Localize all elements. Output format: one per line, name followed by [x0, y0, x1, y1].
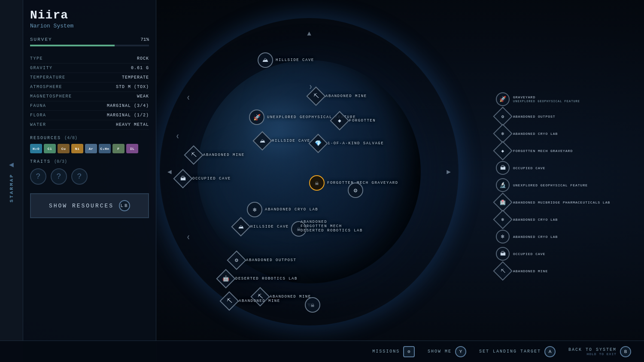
poi-abandoned-mine-tr[interactable]: ⛏ ABANDONED MINE: [309, 89, 367, 103]
poi-cryo-lab-mid-icon: ❄: [247, 202, 262, 217]
poi-cryo-lab-mid-label: ABANDONED CRYO LAB: [265, 207, 318, 212]
missions-key: ⊙: [403, 346, 415, 357]
poi-occupied-cave-left-icon: 🏔: [173, 169, 192, 188]
show-resources-label: SHOW RESOURCES: [49, 203, 114, 209]
poi-hillside-cave-mid[interactable]: ⛰ HILLSIDE CAVE: [255, 134, 310, 148]
poi-robotics-lower-label: DESERTED ROBOTICS LAB: [235, 277, 298, 281]
poi-skull-bottom-icon: ☠: [305, 297, 320, 313]
trait-slot-3: ?: [71, 168, 88, 185]
stat-label: FLORA: [30, 113, 46, 118]
stat-row-temperature: TEMPERATURE TEMPERATE: [30, 73, 149, 82]
rpoi-abandoned-outpost-icon: ⚙: [493, 106, 512, 126]
stat-row-type: TYPE ROCK: [30, 54, 149, 64]
rpoi-occupied-cave-r-label: OCCUPIED CAVE: [513, 166, 545, 170]
rpoi-occupied-lower[interactable]: 🏔 OCCUPIED CAVE: [496, 247, 638, 261]
resources-header: RESOURCES (4/8): [30, 136, 149, 140]
rpoi-cryo-1-icon: ❄: [493, 124, 512, 143]
stat-row-atmosphere: ATMOSPHERE STD M (TOX): [30, 82, 149, 92]
stat-value: TEMPERATE: [122, 75, 149, 80]
show-me-label: SHOW ME: [428, 349, 452, 354]
poi-hillside-cave-mid-label: HILLSIDE CAVE: [272, 139, 310, 143]
rpoi-pharma-icon: 🏥: [493, 192, 512, 212]
set-landing-action[interactable]: SET LANDING TARGET A: [479, 346, 556, 357]
system-name: Narion System: [30, 23, 149, 29]
rpoi-occupied-cave-r-icon: 🏔: [496, 161, 510, 175]
back-key: B: [620, 346, 631, 357]
poi-forgotten[interactable]: ◆ FORGOTTEN: [333, 114, 376, 128]
poi-abandoned-outpost-mid[interactable]: ⚙: [348, 183, 363, 198]
back-to-system-action[interactable]: BACK TO SYSTEM HOLD TO EXIT B: [568, 346, 631, 357]
stat-row-flora: FLORA MARGINAL (1/2): [30, 111, 149, 120]
rpoi-abandoned-outpost[interactable]: ⚙ ABANDONED OUTPOST: [496, 110, 638, 123]
poi-abandoned-outpost-lower[interactable]: ⚙ ABANDONED OUTPOST: [230, 253, 296, 267]
nav-arrow-left[interactable]: ◀: [167, 167, 172, 176]
poi-abandoned-mine-left-icon: ⛏: [184, 145, 203, 164]
rpoi-occupied-lower-icon: 🏔: [496, 247, 510, 261]
set-landing-label: SET LANDING TARGET: [479, 349, 541, 354]
rpoi-pharma-label: ABANDONED MUIBRIDGE PHARMACEUTICALS LAB: [513, 201, 610, 204]
poi-cryo-lab-mid[interactable]: ❄ ABANDONED CRYO LAB: [247, 202, 318, 217]
poi-abandoned-mine-tr-icon: ⛏: [306, 86, 325, 106]
rpoi-mech-graveyard-label: FORGOTTEN MECH GRAVEYARD: [513, 149, 573, 153]
nav-chevron-tl[interactable]: ❮: [187, 94, 190, 101]
poi-salvage[interactable]: 💎 1-OF-A-KIND SALVAGE: [311, 137, 384, 150]
poi-abandoned-mine-bl[interactable]: ⛏ ABANDONED MINE: [222, 294, 280, 308]
poi-robotics-lower-icon: 🤖: [216, 269, 235, 288]
planet-name: Niira: [30, 9, 149, 22]
poi-robotics-lower[interactable]: 🤖 DESERTED ROBOTICS LAB: [219, 272, 298, 286]
survey-bar-background: [30, 45, 149, 46]
poi-abandoned-mine-left-label: ABANDONED MINE: [203, 153, 245, 157]
bottom-bar: MISSIONS ⊙ SHOW ME Y SET LANDING TARGET …: [0, 341, 644, 362]
show-resources-button[interactable]: SHOW RESOURCES LB: [30, 193, 149, 218]
rpoi-cryo-3-icon: ❄: [496, 230, 510, 243]
nav-chevron-ml[interactable]: ❮: [176, 133, 179, 140]
rpoi-unexplored-r[interactable]: 🔬 UNEXPLORED GEOPHYSICAL FEATURE: [496, 178, 638, 192]
rpoi-unexplored-r-icon: 🔬: [496, 178, 510, 192]
show-me-action[interactable]: SHOW ME Y: [428, 346, 466, 357]
rpoi-cryo-2-icon: ❄: [493, 210, 512, 229]
stat-label: WATER: [30, 122, 46, 127]
resources-count: (4/8): [64, 136, 77, 140]
traits-count: (0/3): [54, 159, 67, 164]
poi-abandoned-outpost-lower-label: ABANDONED OUTPOST: [246, 258, 296, 262]
stat-value: STD M (TOX): [116, 85, 149, 89]
poi-hillside-cave-top[interactable]: ⛰ HILLSIDE CAVE: [258, 52, 314, 68]
nav-chevron-bl[interactable]: ❮: [187, 234, 190, 240]
poi-abandoned-mine-left[interactable]: ⛏ ABANDONED MINE: [187, 148, 245, 162]
poi-salvage-label: 1-OF-A-KIND SALVAGE: [328, 141, 384, 146]
poi-skull-bottom[interactable]: ☠: [305, 297, 320, 313]
nav-arrow-top[interactable]: ▲: [307, 30, 311, 38]
show-me-key: Y: [455, 346, 466, 357]
stat-label: ATMOSPHERE: [30, 85, 62, 89]
stat-label: TEMPERATURE: [30, 75, 66, 80]
stat-row-magnetosphere: MAGNETOSPHERE WEAK: [30, 92, 149, 101]
rpoi-cryo-3[interactable]: ❄ ABANDONED CRYO LAB: [496, 230, 638, 243]
resource-chip-Cl: Cl: [44, 144, 56, 153]
rpoi-pharma[interactable]: 🏥 ABANDONED MUIBRIDGE PHARMACEUTICALS LA…: [496, 195, 638, 209]
rpoi-graveyard[interactable]: 🚀 GRAVEYARD UNEXPLORED GEOPHYSICAL FEATU…: [496, 92, 638, 106]
rpoi-mech-graveyard[interactable]: ◆ FORGOTTEN MECH GRAVEYARD: [496, 144, 638, 158]
nav-arrow-right[interactable]: ▶: [447, 167, 451, 176]
rpoi-mine-right-label: ABANDONED MINE: [513, 269, 548, 273]
rpoi-occupied-cave-r[interactable]: 🏔 OCCUPIED CAVE: [496, 161, 638, 175]
rpoi-cryo-1-label: ABANDONED CRYO LAB: [513, 132, 558, 136]
poi-abandoned-mine-tr-label: ABANDONED MINE: [325, 94, 367, 98]
poi-forgotten-mech-icon: ☠: [309, 175, 325, 191]
lb-key-badge: LB: [119, 200, 130, 211]
rpoi-cryo-2-label: ABANDONED CRYO LAB: [513, 218, 558, 222]
survey-percent: 71%: [140, 37, 149, 42]
stat-row-gravity: GRAVITY 0.61 G: [30, 64, 149, 73]
trait-slot-1: ?: [30, 168, 46, 185]
collapse-tab[interactable]: ◀ STARMAP: [0, 0, 23, 362]
rpoi-mine-right-icon: ⛏: [493, 261, 512, 280]
survey-label: SURVEY: [30, 37, 52, 42]
stat-value: 0.61 G: [131, 66, 149, 70]
rpoi-mine-right[interactable]: ⛏ ABANDONED MINE: [496, 264, 638, 278]
poi-hillside-lower[interactable]: ⛰ HILLSIDE CAVE: [234, 220, 289, 234]
rpoi-cryo-1[interactable]: ❄ ABANDONED CRYO LAB: [496, 127, 638, 140]
traits-row: ? ? ?: [30, 168, 149, 185]
rpoi-cryo-2[interactable]: ❄ ABANDONED CRYO LAB: [496, 213, 638, 226]
poi-abandoned-mine-bl-icon: ⛏: [219, 291, 239, 310]
missions-action[interactable]: MISSIONS ⊙: [372, 346, 415, 357]
poi-occupied-cave-left[interactable]: 🏔 OCCUPIED CAVE: [176, 172, 231, 186]
